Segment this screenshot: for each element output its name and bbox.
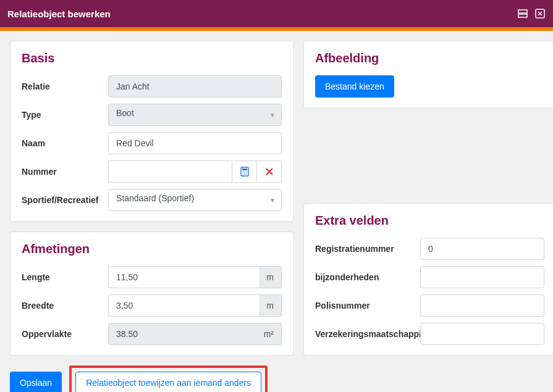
label-lengte: Lengte (22, 272, 108, 282)
svg-point-12 (246, 173, 247, 175)
svg-rect-6 (242, 169, 247, 170)
save-button[interactable]: Opslaan (10, 372, 62, 392)
window-title: Relatieobject bewerken (7, 9, 111, 19)
label-nummer: Nummer (22, 167, 108, 177)
svg-rect-1 (518, 14, 527, 17)
label-registratie: Registratienummer (315, 244, 420, 254)
choose-file-button[interactable]: Bestand kiezen (315, 75, 394, 98)
close-icon[interactable] (534, 8, 546, 19)
unit-breedte: m (259, 294, 282, 317)
card-afmetingen: Afmetingen Lengte m Breedte m (10, 231, 293, 356)
titlebar: Relatieobject bewerken (0, 0, 553, 27)
input-registratie[interactable] (420, 238, 544, 260)
input-naam[interactable] (108, 132, 282, 154)
label-relatie: Relatie (22, 81, 108, 91)
svg-point-7 (242, 172, 243, 173)
svg-point-8 (244, 172, 245, 173)
select-type[interactable]: Boot (108, 104, 282, 126)
input-breedte[interactable] (108, 294, 259, 317)
label-type: Type (22, 110, 108, 120)
label-verzekering: Verzekeringsmaatschappij (315, 329, 420, 339)
input-oppervlakte (108, 323, 256, 345)
label-breedte: Breedte (22, 301, 108, 311)
heading-afbeelding: Afbeelding (315, 51, 544, 65)
window-restore-icon[interactable] (517, 8, 528, 19)
input-lengte[interactable] (108, 266, 259, 288)
input-polis[interactable] (420, 294, 544, 317)
unit-lengte: m (259, 266, 282, 288)
input-bijzonderheden[interactable] (420, 266, 544, 288)
card-extra: Extra velden Registratienummer bijzonder… (303, 203, 553, 356)
unit-oppervlakte: m² (256, 323, 282, 345)
svg-point-9 (246, 172, 247, 173)
label-sportief: Sportief/Recreatief (22, 195, 108, 205)
assign-button[interactable]: Relatieobject toewijzen aan iemand ander… (75, 372, 261, 392)
label-naam: Naam (22, 138, 108, 148)
input-verzekering[interactable] (420, 323, 544, 345)
card-basis: Basis Relatie Type Boot ▼ Naam (10, 41, 293, 222)
clear-icon[interactable] (257, 161, 282, 183)
heading-basis: Basis (22, 51, 282, 65)
svg-point-11 (244, 173, 245, 175)
card-afbeelding: Afbeelding Bestand kiezen (303, 41, 553, 108)
label-oppervlakte: Oppervlakte (22, 329, 108, 339)
svg-point-10 (242, 173, 243, 175)
heading-afmetingen: Afmetingen (22, 242, 282, 256)
input-nummer[interactable] (108, 161, 232, 183)
heading-extra: Extra velden (315, 214, 544, 228)
select-sportief[interactable]: Standaard (Sportief) (108, 189, 282, 211)
calculator-icon[interactable] (232, 161, 257, 183)
highlight-annotation: Relatieobject toewijzen aan iemand ander… (69, 365, 268, 392)
label-polis: Polisnummer (315, 301, 420, 311)
label-bijzonderheden: bijzonderheden (315, 272, 420, 282)
input-relatie (108, 75, 282, 98)
svg-rect-0 (518, 10, 527, 13)
